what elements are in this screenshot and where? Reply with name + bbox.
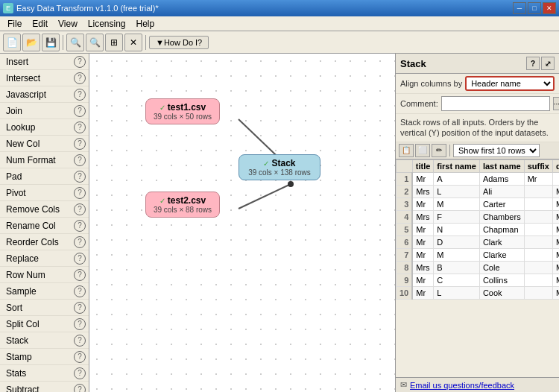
copy2-button[interactable]: ⬜ (415, 144, 430, 157)
sidebar-item-insert[interactable]: Insert ? (0, 54, 89, 70)
help-icon-pad[interactable]: ? (74, 171, 86, 183)
sidebar-item-join[interactable]: Join ? (0, 103, 89, 119)
sidebar-item-label: Javascript (6, 89, 74, 100)
sidebar-item-split-col[interactable]: Split Col ? (0, 316, 89, 332)
sidebar-item-pad[interactable]: Pad ? (0, 168, 89, 185)
copy-button[interactable]: 📋 (399, 144, 414, 157)
sidebar-item-subtract[interactable]: Subtract ? (0, 382, 89, 392)
menu-help[interactable]: Help (132, 17, 160, 31)
table-cell (524, 274, 552, 286)
help-icon-stats[interactable]: ? (74, 367, 86, 379)
table-cell (524, 286, 552, 299)
sidebar-item-row-num[interactable]: Row Num ? (0, 267, 89, 283)
menu-licensing[interactable]: Licensing (83, 17, 130, 31)
help-icon-sample[interactable]: ? (74, 285, 86, 297)
help-icon-remove-cols[interactable]: ? (74, 203, 86, 215)
app-title: Easy Data Transform v1.1.0 (free trial)* (16, 4, 159, 13)
sidebar-item-pivot[interactable]: Pivot ? (0, 185, 89, 201)
edit-button[interactable]: ✏ (432, 144, 446, 157)
menu-view[interactable]: View (54, 17, 82, 31)
help-button[interactable]: ? (526, 57, 540, 70)
table-cell: Mr (412, 235, 434, 248)
zoom-in-button[interactable]: 🔍 (66, 34, 84, 51)
help-icon-join[interactable]: ? (74, 105, 86, 117)
table-row: 7MrMClarkeMr (397, 248, 560, 261)
help-icon-rename-col[interactable]: ? (74, 220, 86, 232)
sidebar-item-javascript[interactable]: Javascript ? (0, 86, 89, 103)
footer-email-label[interactable]: Email us questions/feedback (410, 381, 514, 390)
table-row: 4MrsFChambersMrs (397, 210, 560, 223)
node-test1[interactable]: ✓ test1.csv 39 cols × 50 rows (145, 98, 220, 124)
how-do-i-button[interactable]: ▼How Do I? (149, 36, 209, 49)
col-header-suffix: suffix (524, 159, 552, 172)
right-panel-title: Stack (400, 58, 426, 69)
help-icon-javascript[interactable]: ? (74, 89, 86, 101)
table-cell: Mr (524, 172, 552, 185)
sidebar-item-new-col[interactable]: New Col ? (0, 136, 89, 152)
sidebar-item-stats[interactable]: Stats ? (0, 365, 89, 382)
results-table: title first name last name suffix dis 1M… (396, 159, 559, 300)
close-button[interactable]: ✕ (543, 2, 556, 14)
sidebar-item-lookup[interactable]: Lookup ? (0, 119, 89, 136)
sidebar-item-sample[interactable]: Sample ? (0, 283, 89, 300)
new-button[interactable]: 📄 (3, 34, 21, 51)
sidebar-item-remove-cols[interactable]: Remove Cols ? (0, 201, 89, 218)
node-stack[interactable]: ✓ Stack 39 cols × 138 rows (239, 154, 320, 180)
sidebar-item-stamp[interactable]: Stamp ? (0, 349, 89, 365)
minimize-button[interactable]: ─ (513, 2, 526, 14)
table-cell: M (434, 197, 480, 210)
help-icon-split-col[interactable]: ? (74, 318, 86, 330)
comment-input[interactable] (441, 96, 550, 111)
table-row: 5MrNChapmanMr (397, 223, 560, 235)
comment-row: Comment: ··· (396, 94, 559, 114)
align-label: Align columns by (400, 79, 462, 88)
node-check-test2: ✓ (160, 197, 165, 205)
sidebar-item-rename-col[interactable]: Rename Col ? (0, 218, 89, 234)
help-icon-new-col[interactable]: ? (74, 138, 86, 150)
help-icon-num-format[interactable]: ? (74, 154, 86, 166)
help-icon-stack[interactable]: ? (74, 335, 86, 347)
table-cell: Mr (552, 223, 559, 235)
help-icon-lookup[interactable]: ? (74, 121, 86, 133)
help-icon-reorder-cols[interactable]: ? (74, 236, 86, 248)
show-rows-select[interactable]: Show first 10 rows (453, 144, 540, 157)
node-test2[interactable]: ✓ test2.csv 39 cols × 88 rows (145, 192, 220, 218)
help-icon-intersect[interactable]: ? (74, 72, 86, 84)
sidebar-item-replace[interactable]: Replace ? (0, 250, 89, 267)
comment-dots-button[interactable]: ··· (553, 97, 559, 110)
close-x-button[interactable]: ✕ (124, 34, 142, 51)
help-icon-stamp[interactable]: ? (74, 351, 86, 363)
sidebar-item-label: Pad (6, 171, 74, 182)
maximize-button[interactable]: □ (528, 2, 541, 14)
save-button[interactable]: 💾 (42, 34, 60, 51)
center-canvas[interactable]: ✓ test1.csv 39 cols × 50 rows ✓ test2.cs… (89, 54, 395, 392)
zoom-out-button[interactable]: 🔍 (86, 34, 104, 51)
table-cell: L (434, 286, 480, 299)
menu-file[interactable]: File (3, 17, 26, 31)
menu-edit[interactable]: Edit (28, 17, 52, 31)
expand-button[interactable]: ⤢ (541, 57, 555, 70)
help-icon-insert[interactable]: ? (74, 56, 86, 68)
sidebar-item-reorder-cols[interactable]: Reorder Cols ? (0, 234, 89, 250)
sidebar-item-sort[interactable]: Sort ? (0, 300, 89, 316)
help-icon-subtract[interactable]: ? (74, 384, 86, 393)
help-icon-sort[interactable]: ? (74, 302, 86, 314)
table-row: 1MrAAdamsMr (397, 172, 560, 185)
open-button[interactable]: 📂 (22, 34, 40, 51)
row-number-cell: 4 (397, 210, 413, 223)
node-title-stack: Stack (272, 158, 296, 168)
sidebar-item-intersect[interactable]: Intersect ? (0, 70, 89, 86)
email-icon: ✉ (400, 380, 407, 390)
node-sub-stack: 39 cols × 138 rows (245, 168, 314, 177)
help-icon-row-num[interactable]: ? (74, 269, 86, 281)
grid-button[interactable]: ⊞ (105, 34, 123, 51)
sidebar-item-num-format[interactable]: Num Format ? (0, 152, 89, 168)
table-cell: Mr (412, 274, 434, 286)
table-cell: Mr (412, 197, 434, 210)
table-row: 10MrLCookMr (397, 286, 560, 299)
sidebar-item-stack[interactable]: Stack ? (0, 332, 89, 349)
toolbar: 📄 📂 💾 🔍 🔍 ⊞ ✕ ▼How Do I? (0, 31, 559, 54)
help-icon-replace[interactable]: ? (74, 253, 86, 265)
help-icon-pivot[interactable]: ? (74, 187, 86, 199)
align-select[interactable]: Header name (465, 76, 555, 91)
